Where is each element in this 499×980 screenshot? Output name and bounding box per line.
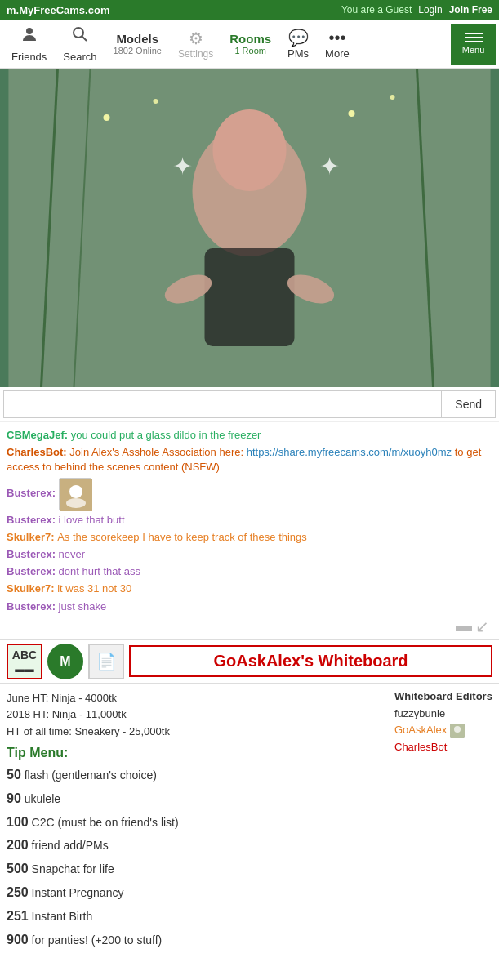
chat-message: CBMegaJef: you could put a glass dildo i… bbox=[7, 428, 492, 443]
video-stream: ✦ ✦ bbox=[0, 69, 499, 387]
chat-text: dont hurt that ass bbox=[59, 565, 140, 577]
search-icon bbox=[70, 24, 90, 49]
chat-username: Busterex: bbox=[7, 548, 59, 560]
chat-text: i love that butt bbox=[59, 514, 125, 526]
wb-line-1: June HT: Ninja - 4000tk bbox=[7, 690, 386, 707]
chat-text: As the scorekeep I have to keep track of… bbox=[57, 531, 307, 543]
chat-text: it was 31 not 30 bbox=[57, 582, 131, 595]
chat-link[interactable]: https://share.myfreecams.com/m/xuoyh0mz bbox=[247, 446, 452, 458]
model-button[interactable]: M bbox=[47, 644, 83, 679]
chat-username: Skulker7: bbox=[7, 582, 57, 595]
chat-username: CBMegaJef: bbox=[7, 429, 71, 441]
svg-point-9 bbox=[154, 99, 158, 104]
menu-label: Menu bbox=[462, 45, 485, 55]
tip-desc: friend add/PMs bbox=[32, 839, 109, 852]
chat-message: Busterex: bbox=[7, 478, 492, 510]
nav-more-label: More bbox=[325, 47, 350, 60]
tip-amount: 200 bbox=[7, 838, 29, 852]
nav-settings-label: Settings bbox=[178, 48, 213, 60]
chat-message: Busterex: just shake bbox=[7, 599, 492, 614]
nav-models-label: Models bbox=[116, 32, 158, 46]
tip-desc: ukulele bbox=[25, 792, 60, 805]
tip-amount: 250 bbox=[7, 885, 29, 899]
svg-point-1 bbox=[74, 28, 83, 38]
nav-models-count: 1802 Online bbox=[114, 46, 162, 56]
svg-point-10 bbox=[349, 110, 355, 117]
nav-rooms-count: 1 Room bbox=[234, 46, 266, 56]
editor-fuzzybunie: fuzzybunie bbox=[394, 706, 492, 723]
top-bar: m.MyFreeCams.com You are a Guest Login J… bbox=[0, 0, 499, 20]
tip-amount: 900 bbox=[7, 933, 29, 947]
whiteboard-title: GoAskAlex's Whiteboard bbox=[129, 645, 492, 677]
scroll-left-icon[interactable]: ▬ bbox=[456, 617, 472, 635]
chat-username: Busterex: bbox=[7, 487, 59, 499]
nav-rooms-label: Rooms bbox=[229, 32, 271, 46]
notes-icon: 📄 bbox=[96, 652, 117, 671]
bottom-toolbar: ABC▬▬ M 📄 GoAskAlex's Whiteboard bbox=[0, 639, 499, 684]
tip-desc: Snapchat for life bbox=[32, 862, 114, 875]
editor-charlesbot: CharlesBot bbox=[394, 739, 492, 756]
tip-item-2: 90 ukulele bbox=[7, 787, 386, 811]
nav-search[interactable]: Search bbox=[55, 20, 105, 68]
nav-settings[interactable]: ⚙ Settings bbox=[170, 20, 221, 68]
chat-text: Join Alex's Asshole Association here: bbox=[69, 446, 246, 458]
nav-rooms[interactable]: Rooms 1 Room bbox=[221, 20, 279, 68]
tip-desc: C2C (must be on friend's list) bbox=[32, 816, 179, 829]
model-icon: M bbox=[60, 654, 70, 669]
chat-input[interactable] bbox=[4, 391, 441, 417]
nav-pms-label: PMs bbox=[287, 47, 309, 60]
nav-models[interactable]: Models 1802 Online bbox=[105, 20, 170, 68]
whiteboard-icon: ABC▬▬ bbox=[12, 648, 37, 675]
video-placeholder: ✦ ✦ bbox=[0, 69, 499, 387]
whiteboard-button[interactable]: ABC▬▬ bbox=[7, 644, 42, 679]
scroll-icons: ▬ ↙ bbox=[7, 617, 492, 636]
join-link[interactable]: Join Free bbox=[449, 4, 492, 16]
friends-icon bbox=[20, 24, 39, 49]
tip-menu-header: Tip Menu: bbox=[7, 746, 386, 760]
chat-username: Busterex: bbox=[7, 600, 59, 612]
hamburger-icon bbox=[465, 33, 483, 42]
tip-amount: 500 bbox=[7, 862, 29, 875]
svg-point-20 bbox=[69, 485, 82, 498]
nav-bar: Friends Search Models 1802 Online ⚙ Sett… bbox=[0, 20, 499, 69]
nav-more[interactable]: ••• More bbox=[317, 20, 358, 68]
svg-line-2 bbox=[82, 37, 87, 42]
chat-message: Busterex: dont hurt that ass bbox=[7, 564, 492, 579]
tip-amount: 90 bbox=[7, 791, 21, 805]
tip-item-6: 250 Instant Pregnancy bbox=[7, 881, 386, 905]
chat-username: Skulker7: bbox=[7, 531, 57, 543]
tip-item-5: 500 Snapchat for life bbox=[7, 858, 386, 881]
chat-message: Busterex: never bbox=[7, 547, 492, 562]
svg-rect-16 bbox=[205, 248, 295, 346]
tip-amount: 100 bbox=[7, 815, 29, 829]
chat-text: never bbox=[59, 548, 86, 560]
send-button[interactable]: Send bbox=[441, 391, 495, 417]
chat-image bbox=[59, 478, 91, 510]
site-name: m.MyFreeCams.com bbox=[7, 4, 341, 16]
tip-item-8: 900 for panties! (+200 to stuff) bbox=[7, 929, 386, 952]
login-link[interactable]: Login bbox=[418, 4, 442, 16]
whiteboard-area: June HT: Ninja - 4000tk 2018 HT: Ninja -… bbox=[0, 684, 499, 959]
nav-friends[interactable]: Friends bbox=[3, 20, 55, 68]
svg-point-21 bbox=[66, 498, 86, 508]
svg-text:✦: ✦ bbox=[172, 153, 193, 180]
whiteboard-main: June HT: Ninja - 4000tk 2018 HT: Ninja -… bbox=[7, 690, 386, 952]
nav-pms[interactable]: 💬 PMs bbox=[279, 20, 317, 68]
tip-desc: Instant Birth bbox=[32, 910, 93, 923]
guest-text: You are a Guest bbox=[341, 4, 412, 16]
pms-icon: 💬 bbox=[288, 28, 309, 47]
tip-item-7: 251 Instant Birth bbox=[7, 905, 386, 929]
tip-desc: Instant Pregnancy bbox=[32, 886, 124, 899]
editor-avatar bbox=[450, 724, 465, 738]
chat-username: CharlesBot: bbox=[7, 446, 69, 458]
svg-point-8 bbox=[104, 114, 110, 121]
menu-button[interactable]: Menu bbox=[451, 24, 496, 65]
tip-item-1: 50 flash (gentleman's choice) bbox=[7, 764, 386, 787]
chat-text: just shake bbox=[59, 600, 107, 612]
editor-goaskalex: GoAskAlex bbox=[394, 722, 492, 739]
nav-friends-label: Friends bbox=[11, 51, 47, 63]
scroll-down-icon[interactable]: ↙ bbox=[475, 617, 489, 636]
settings-icon: ⚙ bbox=[189, 29, 203, 48]
chat-text: you could put a glass dildo in the freez… bbox=[71, 429, 261, 441]
notes-button[interactable]: 📄 bbox=[88, 644, 124, 679]
